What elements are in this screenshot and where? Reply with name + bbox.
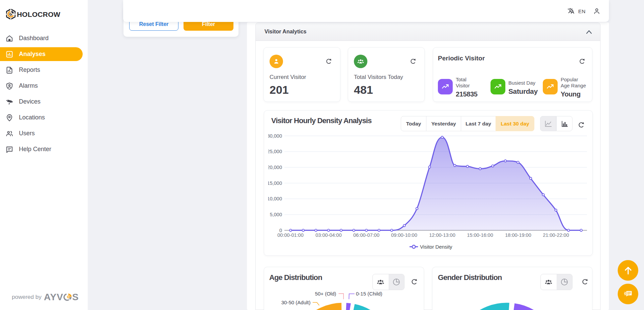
svg-text:S: S	[72, 292, 79, 302]
svg-text:AYV: AYV	[44, 292, 63, 302]
